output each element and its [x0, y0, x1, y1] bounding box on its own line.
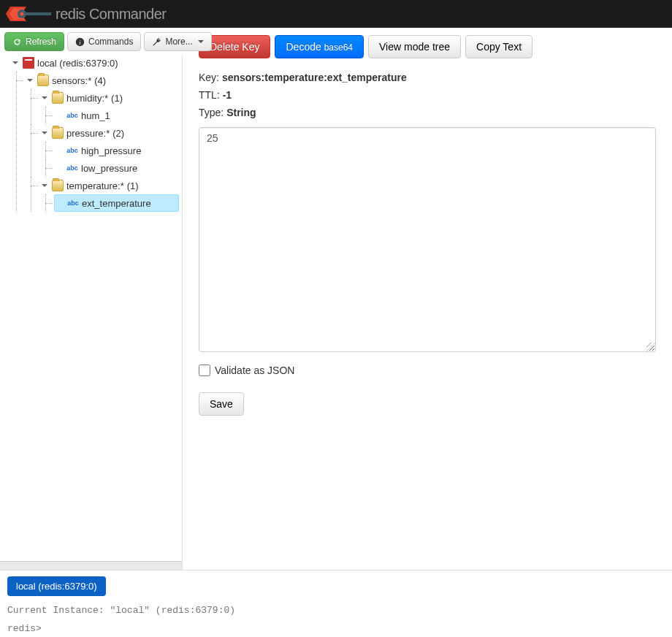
value-textarea[interactable]: 25	[199, 127, 656, 352]
key-label: Key:	[199, 72, 219, 83]
wrench-icon	[152, 37, 161, 47]
tree-label: hum_1	[81, 110, 110, 121]
app-logo	[6, 4, 53, 24]
sidebar-toolbar: Refresh i Commands More...	[0, 28, 183, 56]
folder-icon	[52, 92, 64, 104]
commands-label: Commands	[88, 35, 133, 48]
copy-text-button[interactable]: Copy Text	[465, 35, 532, 58]
caret-down-icon	[198, 40, 204, 43]
key-detail-panel: Delete Key Decode base64 View mode tree …	[183, 28, 672, 570]
tree-label: ext_temperature	[82, 198, 151, 209]
string-key-icon: abc	[66, 162, 78, 174]
commands-button[interactable]: i Commands	[67, 32, 141, 51]
more-label: More...	[165, 35, 192, 48]
key-meta-ttl: TTL: -1	[199, 89, 656, 101]
refresh-button[interactable]: Refresh	[4, 32, 64, 51]
instance-tab[interactable]: local (redis:6379:0)	[7, 576, 106, 596]
tree-node-ext_temperature[interactable]: abc ext_temperature	[54, 194, 179, 212]
save-button[interactable]: Save	[199, 392, 244, 416]
folder-icon	[52, 180, 64, 191]
svg-point-4	[20, 12, 24, 16]
action-row: Delete Key Decode base64 View mode tree …	[199, 35, 656, 58]
validate-row: Validate as JSON	[199, 365, 656, 376]
expander-icon	[42, 131, 47, 134]
string-key-icon: abc	[66, 110, 78, 121]
view-mode-button[interactable]: View mode tree	[368, 35, 461, 58]
key-tree: local (redis:6379:0) sensors:* (4)	[0, 54, 182, 561]
folder-icon	[37, 75, 49, 86]
type-label: Type:	[199, 107, 224, 118]
tree-label: pressure:*	[66, 128, 110, 139]
tree-node-humidity[interactable]: humidity:* (1)	[39, 89, 179, 107]
key-meta-key: Key: sensors:temperature:ext_temperature	[199, 72, 656, 83]
tree-label: sensors:*	[52, 75, 91, 86]
tree-count: (2)	[112, 128, 124, 139]
decode-button[interactable]: Decode base64	[275, 35, 364, 58]
tree-node-high_pressure[interactable]: abc high_pressure	[54, 142, 179, 159]
tree-label: local (redis:6379:0)	[37, 58, 118, 69]
sidebar: local (redis:6379:0) sensors:* (4)	[0, 28, 183, 570]
expander-icon	[27, 79, 33, 82]
ttl-value: -1	[223, 89, 232, 101]
tree-count: (1)	[127, 180, 139, 191]
sidebar-resize-handle[interactable]	[0, 561, 182, 570]
tree-node-database[interactable]: local (redis:6379:0)	[10, 54, 179, 72]
expander-icon	[42, 184, 47, 187]
console-panel: local (redis:6379:0) Current Instance: "…	[0, 570, 672, 637]
tree-label: low_pressure	[81, 163, 137, 174]
tree-node-temperature[interactable]: temperature:* (1)	[39, 177, 179, 194]
refresh-label: Refresh	[26, 35, 56, 48]
tree-node-hum_1[interactable]: abc hum_1	[54, 107, 179, 124]
tree-label: temperature:*	[66, 180, 124, 191]
more-button[interactable]: More...	[144, 32, 211, 51]
tree-count: (1)	[111, 93, 123, 104]
svg-rect-3	[25, 12, 51, 15]
app-title: redis Commander	[56, 6, 166, 23]
folder-icon	[52, 127, 64, 139]
database-icon	[23, 57, 34, 69]
tree-label: high_pressure	[81, 145, 141, 156]
expander-icon	[42, 96, 47, 99]
console-output: Current Instance: "local" (redis:6379:0)	[7, 605, 665, 616]
tree-count: (4)	[94, 75, 106, 86]
tree-node-pressure[interactable]: pressure:* (2)	[39, 124, 179, 142]
console-prompt[interactable]: redis>	[7, 623, 665, 634]
decode-sublabel: base64	[324, 42, 353, 53]
decode-label: Decode	[286, 41, 321, 53]
type-value: String	[226, 107, 256, 118]
validate-json-checkbox[interactable]	[199, 365, 210, 376]
ttl-label: TTL:	[199, 89, 220, 101]
tree-node-low_pressure[interactable]: abc low_pressure	[54, 159, 179, 177]
refresh-icon	[12, 37, 22, 47]
validate-json-label: Validate as JSON	[215, 365, 294, 376]
info-icon: i	[75, 37, 85, 47]
app-header: redis Commander	[0, 0, 672, 28]
key-value: sensors:temperature:ext_temperature	[222, 72, 407, 83]
tree-label: humidity:*	[66, 93, 108, 104]
svg-text:i: i	[79, 39, 80, 45]
tree-node-sensors[interactable]: sensors:* (4)	[25, 72, 179, 89]
string-key-icon: abc	[67, 197, 79, 209]
key-meta-type: Type: String	[199, 107, 656, 118]
string-key-icon: abc	[66, 145, 78, 156]
expander-icon	[12, 61, 18, 64]
